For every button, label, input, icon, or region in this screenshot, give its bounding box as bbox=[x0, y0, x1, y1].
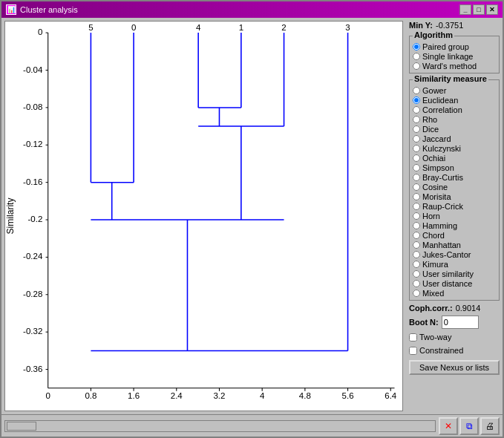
sim-horn[interactable]: Horn bbox=[413, 212, 496, 220]
maximize-button[interactable]: □ bbox=[473, 4, 485, 15]
dendrogram-svg: 0 -0.04 -0.08 -0.12 -0.16 -0.2 -0.24 -0.… bbox=[5, 22, 402, 411]
sim-manhattan[interactable]: Manhattan bbox=[413, 241, 496, 249]
sim-hamming[interactable]: Hamming bbox=[413, 221, 496, 230]
svg-text:4: 4 bbox=[196, 23, 200, 32]
coph-value: 0.9014 bbox=[456, 304, 481, 313]
window-icon: 📊 bbox=[6, 4, 16, 15]
bottom-icons: ✕ ⧉ 🖨 bbox=[439, 417, 500, 435]
svg-text:0.8: 0.8 bbox=[85, 391, 96, 400]
similarity-group: Similarity measure Gower Euclidean Corre… bbox=[409, 79, 500, 301]
svg-text:-0.2: -0.2 bbox=[27, 215, 42, 223]
coph-label: Coph.corr.: bbox=[409, 304, 453, 313]
window-title: Cluster analysis bbox=[20, 5, 78, 14]
svg-text:3.2: 3.2 bbox=[213, 391, 225, 400]
title-bar: 📊 Cluster analysis _ □ ✕ bbox=[1, 1, 503, 18]
horizontal-scrollbar[interactable] bbox=[4, 420, 436, 432]
algorithm-options: Paired group Single linkage Ward's metho… bbox=[413, 42, 496, 71]
min-y-value: -0.3751 bbox=[436, 21, 463, 30]
constrained-checkbox[interactable]: Constrained bbox=[409, 346, 500, 355]
svg-text:2.4: 2.4 bbox=[171, 391, 183, 400]
svg-text:6.4: 6.4 bbox=[384, 391, 396, 400]
save-button[interactable]: Save Nexus or lists bbox=[409, 360, 500, 375]
sim-gower[interactable]: Gower bbox=[413, 86, 496, 95]
svg-text:3: 3 bbox=[345, 23, 350, 32]
print-button[interactable]: 🖨 bbox=[480, 417, 500, 435]
two-way-checkbox[interactable]: Two-way bbox=[409, 333, 500, 341]
sim-dice[interactable]: Dice bbox=[413, 125, 496, 134]
algorithm-label: Algorithm bbox=[413, 30, 454, 39]
algorithm-ward[interactable]: Ward's method bbox=[413, 62, 496, 71]
svg-text:-0.32: -0.32 bbox=[23, 327, 42, 336]
sim-mixed[interactable]: Mixed bbox=[413, 289, 496, 298]
print-icon: 🖨 bbox=[485, 421, 494, 431]
sim-simpson[interactable]: Simpson bbox=[413, 163, 496, 172]
sim-correlation[interactable]: Correlation bbox=[413, 105, 496, 114]
copy-button[interactable]: ⧉ bbox=[459, 417, 479, 435]
title-bar-left: 📊 Cluster analysis bbox=[6, 4, 78, 15]
algorithm-single[interactable]: Single linkage bbox=[413, 52, 496, 61]
sim-raupcrick[interactable]: Raup-Crick bbox=[413, 202, 496, 211]
sim-morisita[interactable]: Morisita bbox=[413, 192, 496, 201]
sim-chord[interactable]: Chord bbox=[413, 231, 496, 240]
chart-wrapper: 0 -0.04 -0.08 -0.12 -0.16 -0.2 -0.24 -0.… bbox=[5, 22, 402, 411]
title-buttons: _ □ ✕ bbox=[459, 4, 498, 15]
sim-jaccard[interactable]: Jaccard bbox=[413, 134, 496, 143]
scrollbar-thumb[interactable] bbox=[7, 422, 36, 431]
sim-kimura[interactable]: Kimura bbox=[413, 260, 496, 269]
chart-area: 0 -0.04 -0.08 -0.12 -0.16 -0.2 -0.24 -0.… bbox=[4, 21, 403, 411]
algorithm-ward-label: Ward's method bbox=[422, 62, 477, 71]
algorithm-paired[interactable]: Paired group bbox=[413, 42, 496, 51]
svg-text:2: 2 bbox=[281, 23, 286, 32]
main-window: 📊 Cluster analysis _ □ ✕ 0 -0.04 -0.08 bbox=[0, 0, 504, 438]
copy-icon: ⧉ bbox=[466, 421, 473, 431]
close-button[interactable]: ✕ bbox=[486, 4, 498, 15]
sim-userdistance[interactable]: User distance bbox=[413, 279, 496, 288]
stop-button[interactable]: ✕ bbox=[439, 417, 458, 435]
sim-cosine[interactable]: Cosine bbox=[413, 183, 496, 192]
coph-row: Coph.corr.: 0.9014 bbox=[409, 304, 500, 313]
svg-text:-0.24: -0.24 bbox=[23, 252, 42, 261]
svg-text:5.6: 5.6 bbox=[342, 391, 354, 400]
min-y-row: Min Y: -0.3751 bbox=[409, 21, 500, 30]
svg-text:-0.16: -0.16 bbox=[23, 177, 42, 186]
svg-text:5: 5 bbox=[88, 23, 93, 32]
sim-euclidean[interactable]: Euclidean bbox=[413, 96, 496, 105]
svg-text:-0.28: -0.28 bbox=[23, 290, 42, 298]
sim-braycurtis[interactable]: Bray-Curtis bbox=[413, 173, 496, 182]
svg-text:0: 0 bbox=[131, 23, 136, 32]
similarity-label: Similarity measure bbox=[413, 74, 488, 83]
algorithm-single-label: Single linkage bbox=[422, 52, 474, 61]
svg-text:0: 0 bbox=[38, 27, 42, 36]
sim-usersimilarity[interactable]: User similarity bbox=[413, 269, 496, 278]
algorithm-paired-label: Paired group bbox=[422, 42, 469, 51]
sim-jukescantor[interactable]: Jukes-Cantor bbox=[413, 250, 496, 259]
sim-rho[interactable]: Rho bbox=[413, 115, 496, 124]
bottom-bar: ✕ ⧉ 🖨 bbox=[1, 414, 503, 437]
similarity-options: Gower Euclidean Correlation Rho Dice Jac… bbox=[413, 86, 496, 298]
x-icon: ✕ bbox=[445, 421, 452, 431]
svg-text:Similarity: Similarity bbox=[5, 197, 16, 235]
svg-text:0: 0 bbox=[45, 391, 50, 400]
svg-text:-0.04: -0.04 bbox=[23, 65, 42, 74]
constrained-label: Constrained bbox=[419, 346, 463, 355]
svg-text:-0.08: -0.08 bbox=[23, 102, 42, 111]
boot-row: Boot N: bbox=[409, 316, 500, 329]
boot-input[interactable] bbox=[442, 316, 479, 329]
content-area: 0 -0.04 -0.08 -0.12 -0.16 -0.2 -0.24 -0.… bbox=[1, 18, 503, 414]
svg-text:1.6: 1.6 bbox=[128, 391, 140, 400]
boot-label: Boot N: bbox=[409, 318, 439, 327]
svg-text:4.8: 4.8 bbox=[299, 391, 311, 400]
two-way-label: Two-way bbox=[419, 333, 451, 341]
minimize-button[interactable]: _ bbox=[459, 4, 471, 15]
algorithm-group: Algorithm Paired group Single linkage Wa… bbox=[409, 36, 500, 73]
right-panel: Min Y: -0.3751 Algorithm Paired group Si… bbox=[406, 18, 503, 414]
svg-text:-0.36: -0.36 bbox=[23, 365, 42, 373]
sim-ochiai[interactable]: Ochiai bbox=[413, 154, 496, 163]
svg-text:-0.12: -0.12 bbox=[23, 140, 42, 148]
svg-text:1: 1 bbox=[239, 23, 243, 32]
min-y-label: Min Y: bbox=[409, 21, 433, 30]
sim-kulczynski[interactable]: Kulczynski bbox=[413, 144, 496, 153]
svg-text:4: 4 bbox=[260, 391, 264, 400]
